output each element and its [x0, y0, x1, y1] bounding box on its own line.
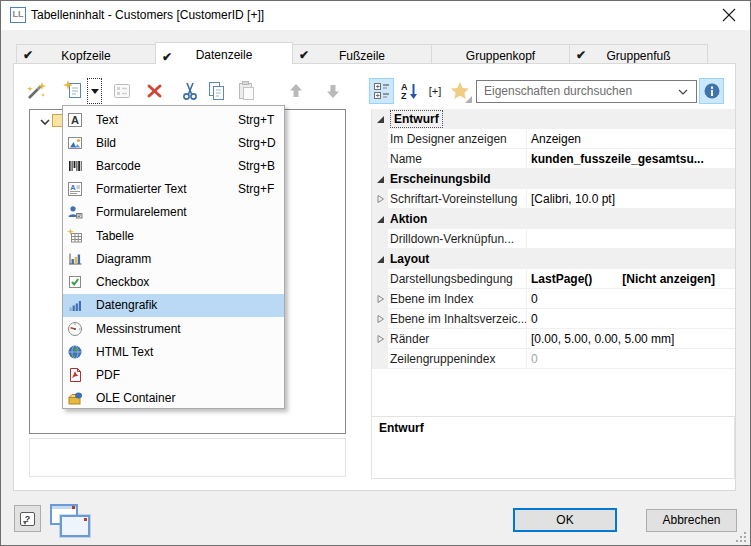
menu-item-shortcut: Strg+D	[238, 136, 276, 150]
section-collapse-icon[interactable]	[372, 209, 388, 229]
property-label: Darstellungsbedingung	[388, 269, 527, 288]
search-placeholder: Eigenschaften durchsuchen	[484, 81, 632, 102]
property-value[interactable]: 0	[527, 309, 735, 328]
property-value[interactable]	[527, 229, 735, 248]
menu-item-shortcut: Strg+B	[238, 159, 275, 173]
property-section[interactable]: Aktion	[372, 209, 735, 229]
property-value[interactable]: LastPage()[Nicht anzeigen]	[527, 269, 735, 288]
tab-fusszeile[interactable]: ✔ Fußzeile	[292, 44, 432, 63]
form-element-icon	[67, 204, 83, 220]
section-collapse-icon[interactable]	[372, 169, 388, 189]
property-value[interactable]: [Calibri, 10.0 pt]	[527, 189, 735, 208]
property-row[interactable]: Drilldown-Verknüpfun...	[372, 229, 735, 249]
property-row[interactable]: Ebene im Index 0	[372, 289, 735, 309]
menu-item-label: Barcode	[96, 159, 141, 173]
section-label: Aktion	[388, 209, 427, 229]
search-input[interactable]: Eigenschaften durchsuchen	[476, 80, 697, 103]
menu-item-datengrafik[interactable]: Datengrafik	[63, 294, 284, 317]
menu-item-messinstrument[interactable]: Messinstrument	[63, 317, 284, 340]
property-section[interactable]: Entwurf	[372, 109, 735, 129]
menu-item-label: Formularelement	[96, 205, 187, 219]
menu-item-formatierter-text[interactable]: A Formatierter Text Strg+F	[63, 178, 284, 201]
menu-item-label: Checkbox	[96, 275, 149, 289]
property-row[interactable]: Schriftart-Voreinstellung [Calibri, 10.0…	[372, 189, 735, 209]
combo-chevron-icon[interactable]	[678, 89, 688, 95]
tab-label: Kopfzeile	[17, 45, 155, 63]
property-row[interactable]: Darstellungsbedingung LastPage()[Nicht a…	[372, 269, 735, 289]
description-title: Entwurf	[379, 421, 424, 435]
favorites-button[interactable]	[448, 79, 473, 104]
edit-contents-button[interactable]	[110, 79, 134, 103]
move-up-button[interactable]	[284, 79, 308, 103]
property-label: Ebene im Index	[388, 289, 527, 308]
expand-all-button[interactable]: [+]	[423, 79, 447, 103]
menu-item-shortcut: Strg+T	[238, 113, 274, 127]
menu-item-checkbox[interactable]: Checkbox	[63, 271, 284, 294]
delete-button[interactable]	[143, 79, 167, 103]
menu-item-ole-container[interactable]: OLE Container	[63, 387, 284, 410]
tab-gruppenkopf[interactable]: Gruppenkopf	[431, 44, 570, 63]
cascade-windows-icon[interactable]	[48, 502, 86, 538]
wizard-button[interactable]	[24, 79, 48, 103]
help-button[interactable]: ?	[14, 505, 41, 532]
paste-button[interactable]	[234, 79, 258, 103]
section-collapse-icon[interactable]	[372, 249, 388, 269]
property-label: Name	[388, 149, 527, 168]
menu-item-formularelement[interactable]: Formularelement	[63, 201, 284, 224]
menu-item-html-text[interactable]: HTML Text	[63, 340, 284, 363]
image-icon	[67, 135, 83, 151]
property-section[interactable]: Layout	[372, 249, 735, 269]
close-button[interactable]	[706, 0, 751, 29]
property-row[interactable]: Zeilengruppenindex 0	[372, 349, 735, 369]
insert-menu: A Text Strg+T Bild Strg+D Barcode Strg+B…	[62, 105, 285, 409]
tab-label: Fußzeile	[293, 45, 431, 63]
row-expander-icon[interactable]	[372, 289, 388, 309]
section-collapse-icon[interactable]	[372, 109, 388, 129]
menu-item-barcode[interactable]: Barcode Strg+B	[63, 154, 284, 177]
insert-dropdown-arrow[interactable]	[87, 78, 102, 104]
sort-alphabetical-button[interactable]: A Z	[397, 79, 421, 103]
property-label: Ebene im Inhaltsverzeic...	[388, 309, 527, 328]
cut-button[interactable]	[178, 79, 202, 103]
property-row[interactable]: Ränder [0.00, 5.00, 0.00, 5.00 mm]	[372, 329, 735, 349]
property-row[interactable]: Im Designer anzeigen Anzeigen	[372, 129, 735, 149]
app-icon: LL	[10, 7, 26, 23]
row-expander-icon[interactable]	[372, 329, 388, 349]
property-value-expression: LastPage()	[531, 272, 592, 286]
cancel-button[interactable]: Abbrechen	[646, 509, 737, 532]
property-value[interactable]: kunden_fusszeile_gesamtsu...	[527, 149, 735, 168]
tab-label: Gruppenfuß	[570, 45, 707, 63]
tree-expand-chevron-icon[interactable]	[38, 115, 52, 129]
move-down-button[interactable]	[321, 79, 345, 103]
front-window-icon	[60, 515, 90, 537]
tab-datenzeile[interactable]: ✔ Datenzeile	[155, 42, 293, 64]
property-value[interactable]: Anzeigen	[527, 129, 735, 148]
property-value[interactable]: [0.00, 5.00, 0.00, 5.00 mm]	[527, 329, 735, 348]
menu-item-bild[interactable]: Bild Strg+D	[63, 131, 284, 154]
menu-item-tabelle[interactable]: Tabelle	[63, 224, 284, 247]
copy-button[interactable]	[204, 79, 228, 103]
help-icon: ?	[20, 512, 35, 526]
property-row[interactable]: Ebene im Inhaltsverzeic... 0	[372, 309, 735, 329]
property-value[interactable]: 0	[527, 289, 735, 308]
insert-element-button[interactable]	[62, 79, 86, 103]
row-expander-icon[interactable]	[372, 189, 388, 209]
menu-item-pdf[interactable]: PDF	[63, 363, 284, 386]
tab-gruppenfuss[interactable]: ✔ Gruppenfuß	[569, 44, 708, 63]
checkbox-icon	[67, 274, 83, 290]
info-button[interactable]	[699, 78, 724, 104]
text-icon: A	[67, 112, 83, 128]
row-expander-icon[interactable]	[372, 309, 388, 329]
categorized-view-button[interactable]	[369, 78, 394, 104]
property-row[interactable]: Name kunden_fusszeile_gesamtsu...	[372, 149, 735, 169]
property-label: Schriftart-Voreinstellung	[388, 189, 527, 208]
property-section[interactable]: Erscheinungsbild	[372, 169, 735, 189]
resize-grip[interactable]	[736, 532, 748, 544]
menu-item-label: HTML Text	[96, 345, 153, 359]
menu-item-diagramm[interactable]: Diagramm	[63, 247, 284, 270]
tab-kopfzeile[interactable]: ✔ Kopfzeile	[16, 44, 156, 63]
menu-item-text[interactable]: A Text Strg+T	[63, 108, 284, 131]
ok-button[interactable]: OK	[513, 508, 617, 532]
arrow-down-icon	[321, 79, 345, 103]
tab-label: Gruppenkopf	[432, 45, 569, 63]
